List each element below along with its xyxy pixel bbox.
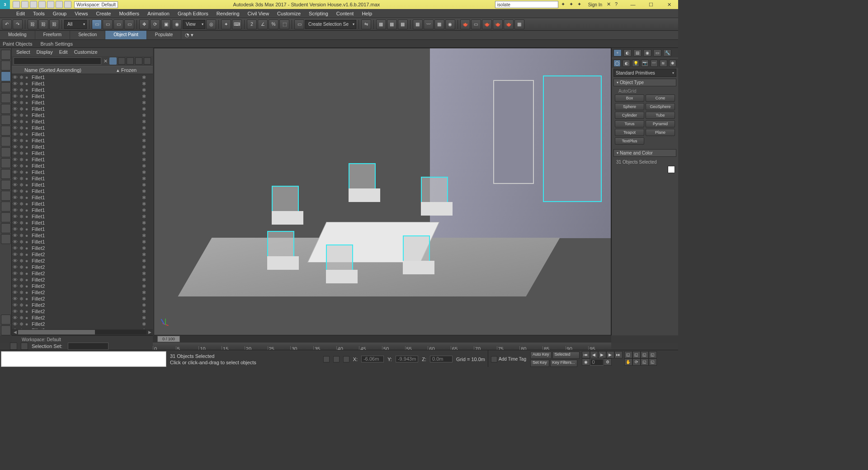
scene-row[interactable]: 👁❄●Fillet1✱ [12, 188, 153, 194]
ribbon-tab-freeform[interactable]: Freeform [35, 31, 71, 39]
visibility-icon[interactable]: 👁 [12, 113, 18, 118]
rendered-frame-button[interactable]: ▭ [471, 19, 481, 29]
lock-selection-icon[interactable] [333, 356, 340, 362]
help-icon[interactable]: ? [615, 1, 621, 8]
display-tab-icon[interactable]: ▭ [653, 49, 661, 56]
freeze-icon[interactable]: ❄ [18, 264, 24, 270]
visibility-icon[interactable]: 👁 [12, 169, 18, 175]
freeze-icon[interactable]: ❄ [18, 138, 24, 144]
name-color-header[interactable]: Name and Color [613, 149, 676, 157]
freeze-icon[interactable]: ❄ [18, 245, 24, 251]
snap-percent-button[interactable]: % [269, 19, 278, 29]
visibility-icon[interactable]: 👁 [12, 252, 18, 257]
freeze-icon[interactable]: ❄ [18, 119, 24, 125]
scene-row[interactable]: 👁❄●Fillet1✱ [12, 226, 153, 232]
align-button[interactable]: ▦ [376, 19, 386, 29]
freeze-icon[interactable]: ❄ [18, 296, 24, 302]
menu-grapheditors[interactable]: Graph Editors [174, 10, 212, 17]
lt-frozen-icon[interactable] [1, 169, 11, 179]
freeze-icon[interactable]: ❄ [18, 226, 24, 232]
scene-row[interactable]: 👁❄●Fillet2✱ [12, 270, 153, 277]
time-slider-handle[interactable]: 0 / 100 [157, 336, 180, 342]
shapes-icon[interactable]: ◐ [623, 60, 630, 67]
selection-filter-dropdown[interactable]: All [64, 20, 87, 29]
z-coord-input[interactable]: 0.0m [430, 356, 453, 362]
time-slider[interactable]: 0 / 100 [153, 335, 611, 343]
use-center-button[interactable]: ◎ [206, 19, 216, 29]
frame-ruler[interactable]: 0510152025303540455055606570758085909510… [153, 343, 611, 350]
qat-redo-icon[interactable] [47, 1, 54, 8]
scene-row[interactable]: 👁❄●Fillet2✱ [12, 245, 153, 251]
primitive-category-dropdown[interactable]: Standard Primitives [613, 69, 676, 77]
qat-undo-icon[interactable] [38, 1, 46, 8]
visibility-icon[interactable]: 👁 [12, 271, 18, 276]
visibility-icon[interactable]: 👁 [12, 188, 18, 194]
primitive-box[interactable]: Box [615, 94, 644, 102]
freeze-icon[interactable]: ❄ [18, 207, 24, 213]
vp-maximize-icon[interactable]: ◱ [641, 358, 649, 366]
cameras-icon[interactable]: 📷 [641, 60, 648, 67]
scene-row[interactable]: 👁❄●Fillet1✱ [12, 169, 153, 175]
visibility-icon[interactable]: 👁 [12, 100, 18, 105]
scene-row[interactable]: 👁❄●Fillet1✱ [12, 74, 153, 80]
freeze-icon[interactable]: ❄ [18, 220, 24, 226]
render-active-button[interactable]: 🫖 [504, 19, 514, 29]
time-config-button[interactable]: ⚙ [604, 358, 612, 366]
scene-row[interactable]: 👁❄●Fillet1✱ [12, 232, 153, 239]
visibility-icon[interactable]: 👁 [12, 119, 18, 124]
visibility-icon[interactable]: 👁 [12, 201, 18, 207]
visibility-icon[interactable]: 👁 [12, 150, 18, 156]
freeze-icon[interactable]: ❄ [18, 157, 24, 163]
visibility-icon[interactable]: 👁 [12, 106, 18, 112]
scene-row[interactable]: 👁❄●Fillet1✱ [12, 150, 153, 156]
visibility-icon[interactable]: 👁 [12, 321, 18, 327]
scene-row[interactable]: 👁❄●Fillet1✱ [12, 213, 153, 220]
visibility-icon[interactable]: 👁 [12, 283, 18, 289]
scene-row[interactable]: 👁❄●Fillet1✱ [12, 201, 153, 207]
visibility-icon[interactable]: 👁 [12, 264, 18, 270]
lt-group-icon[interactable] [1, 126, 11, 136]
scene-row[interactable]: 👁❄●Fillet2✱ [12, 289, 153, 296]
help-search-input[interactable]: isolate [495, 1, 558, 8]
scene-lock-icon[interactable] [118, 57, 125, 65]
vp-fov-icon[interactable]: ◱ [649, 351, 657, 358]
ribbon-tab-selection[interactable]: Selection [70, 31, 105, 39]
scene-row[interactable]: 👁❄●Fillet1✱ [12, 112, 153, 118]
y-coord-input[interactable]: -9.943m [396, 356, 418, 362]
lt-camera-icon[interactable] [1, 93, 11, 103]
lt-expand-icon[interactable] [1, 234, 11, 244]
visibility-icon[interactable]: 👁 [12, 195, 18, 200]
select-name-button[interactable]: ▭ [103, 19, 113, 29]
lights-icon[interactable]: 💡 [632, 60, 639, 67]
scene-search-input[interactable] [14, 57, 101, 65]
undo-button[interactable]: ↶ [2, 19, 12, 29]
object-color-swatch[interactable] [668, 166, 675, 173]
freeze-icon[interactable]: ❄ [18, 258, 24, 264]
visibility-icon[interactable]: 👁 [12, 309, 18, 314]
visibility-icon[interactable]: 👁 [12, 245, 18, 251]
scene-menu-edit[interactable]: Edit [59, 49, 68, 55]
primitive-plane[interactable]: Plane [646, 129, 675, 136]
visibility-icon[interactable]: 👁 [12, 290, 18, 295]
scene-hscroll[interactable]: ◀▶ [12, 329, 153, 335]
freeze-icon[interactable]: ❄ [18, 188, 24, 194]
snap-angle-button[interactable]: ∠ [258, 19, 268, 29]
x-coord-input[interactable]: -6.06m [361, 356, 384, 362]
select-region-button[interactable]: ▭ [113, 19, 123, 29]
spinner-snap-button[interactable]: ⬚ [279, 19, 289, 29]
scene-search-clear[interactable]: ✕ [103, 58, 108, 64]
vp-minmax-icon[interactable]: ◱ [649, 358, 657, 366]
ribbon-tab-modeling[interactable]: Modeling [0, 31, 35, 39]
visibility-icon[interactable]: 👁 [12, 277, 18, 282]
freeze-icon[interactable]: ❄ [18, 302, 24, 308]
qat-save-icon[interactable] [30, 1, 37, 8]
key-mode-toggle[interactable]: ◉ [582, 358, 590, 366]
autokey-button[interactable]: Auto Key [530, 352, 552, 359]
sign-in-link[interactable]: Sign In [585, 2, 605, 7]
visibility-icon[interactable]: 👁 [12, 214, 18, 219]
scene-row[interactable]: 👁❄●Fillet1✱ [12, 131, 153, 137]
menu-group[interactable]: Group [49, 10, 71, 17]
visibility-icon[interactable]: 👁 [12, 87, 18, 93]
primitive-torus[interactable]: Torus [615, 120, 644, 127]
key-mode-dropdown[interactable]: Selected [552, 352, 580, 359]
